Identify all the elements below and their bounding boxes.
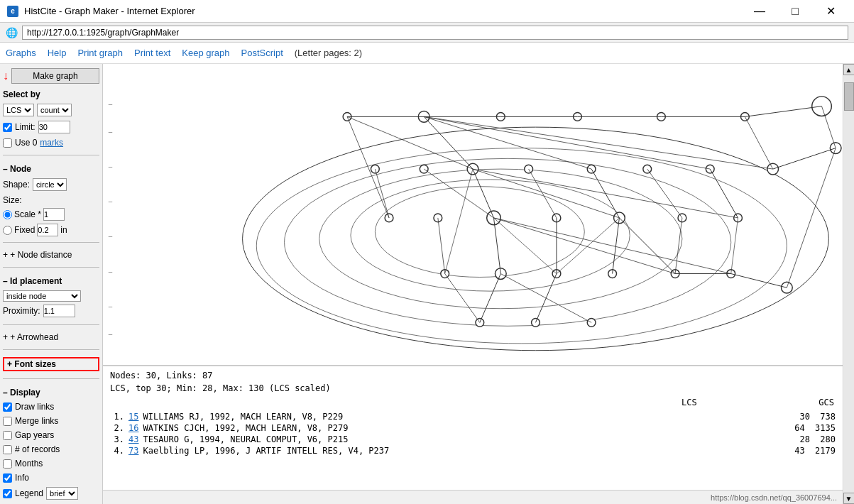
svg-line-66 xyxy=(493,218,675,274)
use0-checkbox[interactable] xyxy=(3,138,12,148)
entry-link-4[interactable]: 73 xyxy=(128,446,138,456)
close-button[interactable]: ✕ xyxy=(814,0,847,23)
node-distance-header[interactable]: + Node distance xyxy=(3,250,99,260)
keep-graph-link[interactable]: Keep graph xyxy=(182,48,229,58)
svg-text:–: – xyxy=(109,163,113,170)
col-gcs-header: GCS xyxy=(704,398,834,407)
merge-links-checkbox[interactable] xyxy=(3,417,12,426)
maximize-button[interactable]: □ xyxy=(779,0,811,23)
scroll-up-button[interactable]: ▲ xyxy=(843,64,855,75)
draw-links-checkbox[interactable] xyxy=(3,402,12,412)
list-item: 4. 73 Kaelbling LP, 1996, J ARTIF INTELL… xyxy=(110,446,836,456)
id-placement-title: – Id placement xyxy=(3,276,99,286)
scrollbar-thumb[interactable] xyxy=(844,82,854,111)
merge-links-row: Merge links xyxy=(3,416,99,426)
months-row: Months xyxy=(3,459,99,469)
entry-link-2[interactable]: 16 xyxy=(128,423,138,433)
svg-line-81 xyxy=(647,169,682,218)
info-checkbox[interactable] xyxy=(3,473,12,483)
graphs-link[interactable]: Graphs xyxy=(6,48,36,58)
print-graph-link[interactable]: Print graph xyxy=(77,48,123,58)
scale-radio[interactable] xyxy=(3,210,12,219)
address-bar: 🌐 xyxy=(0,23,854,43)
fixed-label: Fixed xyxy=(14,225,35,235)
id-placement-select[interactable]: inside node xyxy=(3,290,81,302)
help-link[interactable]: Help xyxy=(48,48,67,58)
limit-checkbox[interactable] xyxy=(3,123,12,132)
list-item: 2. 16 WATKINS CJCH, 1992, MACH LEARN, V8… xyxy=(110,423,836,433)
legend-select[interactable]: brief xyxy=(46,487,78,500)
svg-point-10 xyxy=(285,158,731,326)
svg-text:–: – xyxy=(109,302,113,310)
svg-text:–: – xyxy=(109,268,113,275)
address-input[interactable] xyxy=(22,26,848,40)
shape-label: Shape: xyxy=(3,180,30,190)
print-text-link[interactable]: Print text xyxy=(134,48,170,58)
merge-links-label: Merge links xyxy=(15,416,58,426)
select-by-row: LCS count xyxy=(3,104,99,116)
svg-point-9 xyxy=(256,148,787,344)
list-item: 1. 15 WILLIAMS RJ, 1992, MACH LEARN, V8,… xyxy=(110,412,836,422)
svg-line-82 xyxy=(529,169,557,218)
entry-text-2: WATKINS CJCH, 1992, MACH LEARN, V8, P279 xyxy=(143,423,774,433)
browser-icon: 🌐 xyxy=(6,27,18,38)
svg-line-69 xyxy=(347,116,473,169)
app-icon: e xyxy=(7,6,18,17)
legend-label: Legend xyxy=(15,488,43,498)
window-title: HistCite - Graph Maker - Internet Explor… xyxy=(24,6,195,16)
svg-line-56 xyxy=(480,274,500,323)
svg-line-67 xyxy=(493,218,730,274)
arrowhead-header[interactable]: + Arrowhead xyxy=(3,332,99,342)
scroll-down-button[interactable]: ▼ xyxy=(843,493,855,504)
fixed-input[interactable] xyxy=(37,224,58,236)
col-lcs-header: LCS xyxy=(525,398,703,407)
display-title: – Display xyxy=(3,388,99,398)
gap-years-checkbox[interactable] xyxy=(3,431,12,440)
svg-line-70 xyxy=(347,116,389,218)
legend-row: Legend brief xyxy=(3,487,99,500)
minimize-button[interactable]: — xyxy=(743,0,776,23)
scale-input[interactable] xyxy=(43,208,65,221)
count-select[interactable]: count xyxy=(37,104,72,116)
entry-text-1: WILLIAMS RJ, 1992, MACH LEARN, V8, P229 xyxy=(143,412,774,422)
svg-text:–: – xyxy=(109,100,113,108)
graph-area: – – – – – – – – xyxy=(103,64,843,366)
text-panel: Nodes: 30, Links: 87 LCS, top 30; Min: 2… xyxy=(103,366,843,490)
svg-line-52 xyxy=(745,106,821,117)
title-bar: e HistCite - Graph Maker - Internet Expl… xyxy=(0,0,854,23)
svg-line-84 xyxy=(438,218,445,274)
proximity-input[interactable] xyxy=(43,305,75,317)
info-label: Info xyxy=(15,473,29,483)
svg-line-63 xyxy=(424,116,773,169)
legend-checkbox[interactable] xyxy=(3,489,12,498)
svg-line-73 xyxy=(787,148,836,288)
entry-link-1[interactable]: 15 xyxy=(128,412,138,422)
list-item: 3. 43 TESAURO G, 1994, NEURAL COMPUT, V6… xyxy=(110,434,836,444)
postscript-link[interactable]: PostScript xyxy=(241,48,283,58)
entry-link-3[interactable]: 43 xyxy=(128,434,138,444)
status-bar: https://blog.csdn.net/qq_36007694... xyxy=(103,490,843,504)
stats-line1: Nodes: 30, Links: 87 xyxy=(110,371,836,380)
svg-line-86 xyxy=(493,218,556,274)
limit-row: Limit: xyxy=(3,121,99,133)
svg-text:–: – xyxy=(109,128,113,136)
svg-line-83 xyxy=(445,274,480,323)
scrollbar-track[interactable] xyxy=(844,75,854,493)
marks-link[interactable]: marks xyxy=(40,138,63,148)
fixed-row: Fixed in xyxy=(3,224,99,236)
main-layout: ↓ Make graph Select by LCS count Limit: … xyxy=(0,64,854,504)
use0-label: Use 0 xyxy=(15,138,37,148)
limit-input[interactable] xyxy=(38,121,70,133)
lcs-select[interactable]: LCS xyxy=(3,104,34,116)
shape-select[interactable]: circle xyxy=(33,178,67,191)
num-records-label: # of records xyxy=(15,444,60,454)
svg-line-65 xyxy=(473,169,738,218)
svg-line-71 xyxy=(745,116,772,169)
num-records-checkbox[interactable] xyxy=(3,445,12,454)
make-graph-button[interactable]: Make graph xyxy=(11,68,99,84)
font-sizes-header[interactable]: + Font sizes xyxy=(3,357,99,371)
fixed-radio[interactable] xyxy=(3,226,12,235)
num-records-row: # of records xyxy=(3,444,99,454)
scale-label: Scale * xyxy=(14,209,41,219)
months-checkbox[interactable] xyxy=(3,459,12,469)
